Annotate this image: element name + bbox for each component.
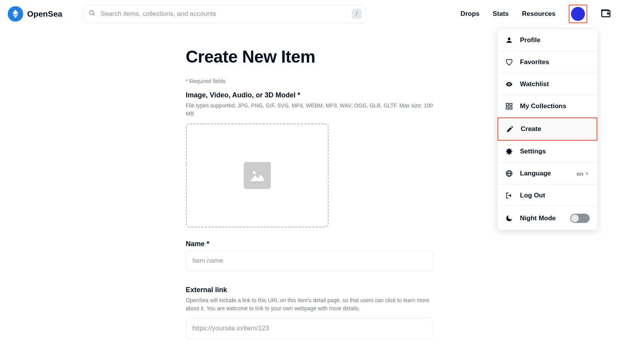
media-hint: File types supported: JPG, PNG, GIF, SVG… — [186, 102, 433, 118]
toggle-knob — [571, 214, 579, 222]
external-link-input[interactable] — [186, 318, 433, 339]
main-content: Create New Item * Required fields Image,… — [186, 28, 433, 364]
svg-point-0 — [89, 10, 94, 15]
menu-label: Night Mode — [520, 214, 563, 222]
name-field-section: Name * — [186, 240, 433, 283]
search-icon — [89, 10, 96, 18]
page-title: Create New Item — [186, 47, 433, 66]
menu-item-settings[interactable]: Settings — [498, 141, 597, 163]
svg-rect-8 — [510, 104, 512, 106]
moon-icon — [505, 214, 513, 222]
image-placeholder-icon — [244, 162, 271, 189]
pencil-icon — [506, 125, 514, 133]
logout-icon — [505, 192, 513, 199]
language-value: en — [576, 170, 590, 177]
required-fields-note: * Required fields — [186, 78, 433, 84]
person-icon — [505, 36, 513, 44]
menu-label: Settings — [520, 148, 590, 155]
svg-point-3 — [607, 13, 609, 14]
user-avatar[interactable] — [571, 7, 585, 21]
name-input[interactable] — [186, 250, 433, 271]
menu-label: My Collections — [520, 102, 590, 110]
svg-point-4 — [253, 171, 256, 174]
nav-stats[interactable]: Stats — [492, 10, 509, 18]
media-field-section: Image, Video, Audio, or 3D Model * File … — [186, 91, 433, 228]
eye-icon — [505, 80, 513, 88]
menu-item-collections[interactable]: My Collections — [498, 95, 597, 117]
media-label: Image, Video, Audio, or 3D Model * — [186, 91, 433, 99]
opensea-logo-icon — [8, 6, 23, 22]
menu-item-watchlist[interactable]: Watchlist — [498, 73, 597, 95]
brand-name: OpenSea — [27, 9, 62, 19]
nav-links: Drops Stats Resources — [460, 5, 611, 23]
grid-icon — [505, 102, 513, 110]
svg-rect-10 — [510, 107, 512, 109]
gear-icon — [505, 148, 513, 155]
user-dropdown-menu: Profile Favorites Watchlist My Collectio… — [498, 29, 597, 230]
svg-point-6 — [508, 83, 510, 85]
search-input[interactable] — [83, 5, 366, 23]
media-upload-zone[interactable] — [186, 123, 329, 228]
search-wrapper: / — [83, 5, 366, 23]
menu-label: Log Out — [520, 192, 590, 199]
menu-label: Favorites — [520, 58, 590, 66]
chevron-right-icon — [584, 171, 590, 176]
nav-drops[interactable]: Drops — [460, 10, 479, 18]
nightmode-toggle[interactable] — [570, 214, 590, 223]
globe-icon — [505, 170, 513, 177]
external-link-field-section: External link OpenSea will include a lin… — [186, 286, 433, 350]
nav-resources[interactable]: Resources — [522, 10, 556, 18]
menu-item-logout[interactable]: Log Out — [498, 185, 597, 207]
header: OpenSea / Drops Stats Resources — [0, 0, 619, 28]
menu-label: Watchlist — [520, 80, 590, 88]
name-label: Name * — [186, 240, 433, 248]
external-link-hint: OpenSea will include a link to this URL … — [186, 296, 433, 313]
external-link-label: External link — [186, 286, 433, 294]
asterisk-icon: * — [186, 78, 188, 84]
logo[interactable]: OpenSea — [8, 6, 62, 22]
menu-label: Language — [520, 170, 569, 177]
svg-line-1 — [93, 14, 94, 15]
menu-label: Profile — [520, 36, 590, 44]
menu-item-nightmode[interactable]: Night Mode — [498, 207, 597, 230]
svg-rect-9 — [506, 107, 509, 109]
svg-rect-7 — [506, 104, 509, 106]
wallet-icon[interactable] — [600, 8, 611, 20]
svg-point-5 — [508, 37, 511, 40]
menu-label: Create — [521, 125, 589, 133]
menu-item-favorites[interactable]: Favorites — [498, 51, 597, 73]
menu-item-profile[interactable]: Profile — [498, 29, 597, 51]
heart-icon — [505, 58, 513, 66]
avatar-highlight — [569, 5, 587, 23]
menu-item-language[interactable]: Language en — [498, 163, 597, 185]
menu-item-create[interactable]: Create — [498, 117, 597, 141]
search-shortcut-badge: / — [352, 9, 362, 19]
